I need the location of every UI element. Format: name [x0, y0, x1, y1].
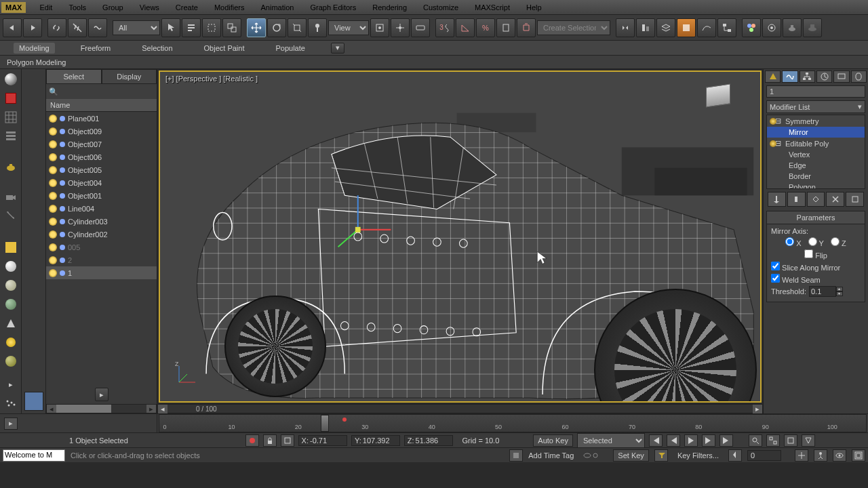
- select-region-button[interactable]: [202, 18, 221, 37]
- scene-tab-select[interactable]: Select: [46, 69, 102, 84]
- expand-arrow-icon[interactable]: ▸: [3, 377, 19, 392]
- select-object-button[interactable]: [161, 18, 180, 37]
- nav-walk-icon[interactable]: [814, 449, 827, 462]
- modifier-stack-item[interactable]: Edge: [767, 160, 865, 171]
- nav-zoom-all-icon[interactable]: [766, 434, 780, 447]
- menu-animation[interactable]: Animation: [253, 1, 302, 14]
- yellow-swatch-icon[interactable]: [3, 240, 19, 255]
- toggle-ribbon-button[interactable]: [677, 18, 696, 37]
- unlink-button[interactable]: [68, 18, 87, 37]
- key-mode-icon[interactable]: [245, 434, 259, 447]
- modifier-stack-item[interactable]: Mirror: [767, 127, 865, 138]
- time-config-icon[interactable]: [728, 449, 742, 462]
- visibility-icon[interactable]: [49, 269, 57, 277]
- next-frame-button[interactable]: [702, 434, 715, 447]
- scene-item[interactable]: Object004: [46, 176, 157, 189]
- render-frame-button[interactable]: [783, 18, 802, 37]
- x-coord-field[interactable]: X:: [298, 435, 347, 446]
- selection-lock-icon[interactable]: [281, 434, 294, 447]
- scale-button[interactable]: [288, 18, 307, 37]
- threshold-spinner[interactable]: ▴▾: [809, 286, 843, 297]
- menu-edit[interactable]: Edit: [31, 1, 60, 14]
- undo-button[interactable]: [3, 18, 22, 37]
- red-box-icon[interactable]: [3, 91, 19, 106]
- key-filters-button[interactable]: Key Filters...: [673, 449, 723, 462]
- render-production-button[interactable]: [803, 18, 822, 37]
- scene-item[interactable]: 1: [46, 266, 157, 279]
- scene-object-list[interactable]: Plane001Object009Object007Object006Objec…: [46, 112, 157, 385]
- visibility-icon[interactable]: [49, 192, 57, 200]
- modifier-stack-item[interactable]: Border: [767, 171, 865, 182]
- ref-coord-dropdown[interactable]: View: [328, 20, 369, 35]
- goto-end-button[interactable]: [719, 434, 733, 447]
- set-key-button[interactable]: Set Key: [613, 449, 649, 462]
- motion-tab-icon[interactable]: [816, 70, 832, 83]
- scene-item[interactable]: Object001: [46, 189, 157, 202]
- visibility-icon[interactable]: [49, 205, 57, 213]
- nav-zoom-icon[interactable]: [749, 434, 762, 447]
- create-panel-icon[interactable]: [3, 72, 19, 87]
- modifier-stack-item[interactable]: Vertex: [767, 149, 865, 160]
- link-button[interactable]: [47, 18, 66, 37]
- menu-tools[interactable]: Tools: [60, 1, 94, 14]
- ribbon-tab-object-paint[interactable]: Object Paint: [199, 43, 250, 54]
- modifier-stack-item[interactable]: Polygon: [767, 182, 865, 189]
- scene-item[interactable]: Object006: [46, 150, 157, 163]
- flip-checkbox[interactable]: Flip: [804, 249, 827, 260]
- modifier-stack-item[interactable]: ⊟Symmetry: [767, 115, 865, 127]
- material-editor-button[interactable]: [742, 18, 761, 37]
- scene-item[interactable]: Line004: [46, 202, 157, 215]
- utilities-tab-icon[interactable]: [851, 70, 867, 83]
- visibility-icon[interactable]: [49, 115, 57, 123]
- auto-key-button[interactable]: Auto Key: [533, 434, 573, 447]
- key-mode-dropdown[interactable]: Selected: [577, 433, 645, 448]
- ribbon-tab-populate[interactable]: Populate: [270, 43, 310, 54]
- show-end-result-button[interactable]: [787, 192, 806, 207]
- viewport-timeline-track[interactable]: ◂ 0 / 100 ▸: [157, 404, 763, 413]
- track-filter-icon[interactable]: ▸: [4, 418, 18, 430]
- menu-create[interactable]: Create: [167, 1, 206, 14]
- weld-seam-checkbox[interactable]: Weld Seam: [771, 274, 821, 284]
- cone-icon[interactable]: [3, 316, 19, 331]
- play-button[interactable]: [684, 434, 698, 447]
- slice-along-mirror-checkbox[interactable]: Slice Along Mirror: [771, 262, 840, 272]
- scene-tab-display[interactable]: Display: [102, 69, 157, 84]
- ribbon-tab-modeling[interactable]: Modeling: [14, 43, 55, 54]
- particles-icon[interactable]: [3, 396, 19, 411]
- redo-button[interactable]: [23, 18, 42, 37]
- percent-snap-button[interactable]: %: [476, 18, 495, 37]
- scroll-right-icon[interactable]: ▸: [146, 405, 156, 413]
- scene-expand-icon[interactable]: ▸: [95, 388, 108, 401]
- visibility-icon[interactable]: [49, 153, 57, 161]
- snap-toggle-button[interactable]: 3: [435, 18, 454, 37]
- schematic-view-button[interactable]: [717, 18, 736, 37]
- scene-name-column-header[interactable]: Name: [46, 99, 157, 112]
- nav-maximize-icon[interactable]: [852, 449, 865, 462]
- display-tab-icon[interactable]: [833, 70, 849, 83]
- current-frame-field[interactable]: [747, 450, 781, 461]
- pivot-button[interactable]: [370, 18, 389, 37]
- perspective-viewport[interactable]: [+] [Perspective ] [Realistic ]: [159, 70, 762, 403]
- scene-item[interactable]: Object005: [46, 163, 157, 176]
- scene-item[interactable]: Plane001: [46, 112, 157, 125]
- green-sphere-icon[interactable]: [3, 297, 19, 312]
- maxscript-listener[interactable]: Welcome to M: [3, 449, 65, 462]
- add-time-tag-button[interactable]: Add Time Tag: [528, 451, 574, 460]
- lock-icon[interactable]: [263, 434, 277, 447]
- visibility-icon[interactable]: [49, 166, 57, 174]
- select-by-name-button[interactable]: [182, 18, 201, 37]
- bone-icon[interactable]: [3, 209, 19, 224]
- olive-sphere-icon[interactable]: [3, 354, 19, 369]
- scroll-left-icon[interactable]: ◂: [47, 405, 56, 413]
- parameters-rollout-header[interactable]: Parameters: [766, 211, 865, 224]
- make-unique-button[interactable]: [807, 192, 825, 207]
- scene-item[interactable]: Cylinder002: [46, 228, 157, 241]
- edit-selection-set-button[interactable]: [517, 18, 536, 37]
- axis-x-radio[interactable]: X: [785, 237, 801, 247]
- ribbon-tab-selection[interactable]: Selection: [136, 43, 178, 54]
- hierarchy-tab-icon[interactable]: [800, 70, 815, 83]
- axis-z-radio[interactable]: Z: [831, 237, 846, 247]
- scene-item[interactable]: Object009: [46, 125, 157, 138]
- configure-sets-button[interactable]: [846, 192, 864, 207]
- visibility-icon[interactable]: [49, 127, 57, 136]
